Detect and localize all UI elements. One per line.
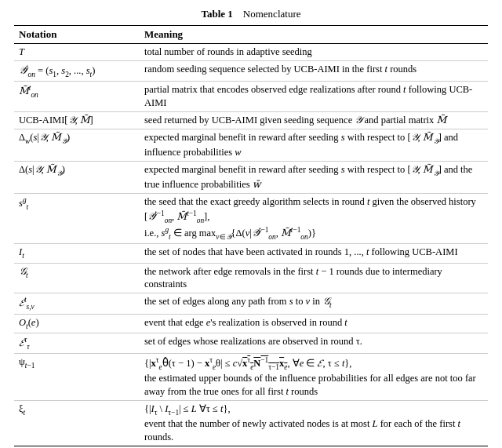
table-name: Nomenclature [243, 8, 301, 20]
col-header-notation: Notation [14, 26, 140, 44]
table-row: Ttotal number of rounds in adaptive seed… [14, 44, 488, 61]
table-row: 𝓔ts,vthe set of edges along any path fro… [14, 293, 488, 314]
table-row: UCB-AIMI[𝒴, M̃]seed returned by UCB-AIMI… [14, 111, 488, 129]
notation-cell: T [14, 44, 140, 61]
table-row: Δw(s|𝒴, M̃𝒴)expected marginal benefit in… [14, 129, 488, 161]
meaning-cell: random seeding sequence selected by UCB-… [140, 60, 488, 81]
col-header-meaning: Meaning [140, 26, 488, 44]
meaning-cell: seed returned by UCB-AIMI given seeding … [140, 111, 488, 129]
meaning-cell: the network after edge removals in the f… [140, 263, 488, 293]
meaning-cell: set of edges whose realizations are obse… [140, 333, 488, 353]
notation-cell: Ot(e) [14, 314, 140, 333]
table-row: Δ(s|𝒴, M̃𝒴)expected marginal benefit in … [14, 161, 488, 193]
meaning-cell: {|Iτ \ Iτ−1| ≤ L ∀τ ≤ t},event that the … [140, 401, 488, 446]
meaning-cell: event that edge e's realization is obser… [140, 314, 488, 333]
meaning-cell: partial matrix that encodes observed edg… [140, 82, 488, 112]
meaning-cell: total number of rounds in adaptive seedi… [140, 44, 488, 61]
table-row: M̃tonpartial matrix that encodes observe… [14, 82, 488, 112]
meaning-cell: expected marginal benefit in reward afte… [140, 129, 488, 161]
table-title: Table 1 Nomenclature [14, 8, 488, 20]
table-label: Table 1 [202, 8, 233, 20]
meaning-cell: {|xτeθ̂(τ − 1) − xτeθ| ≤ c√xτeN−1τ−1xe, … [140, 354, 488, 401]
notation-cell: 𝒢t [14, 263, 140, 293]
notation-cell: It [14, 244, 140, 263]
notation-cell: 𝓔ts,v [14, 293, 140, 314]
table-row: 𝒢tthe network after edge removals in the… [14, 263, 488, 293]
table-row: sgtthe seed that the exact greedy algori… [14, 193, 488, 244]
notation-cell: 𝓔ττ [14, 333, 140, 353]
notation-cell: 𝒴ton = (s1, s2, ..., st) [14, 60, 140, 81]
notation-cell: ξt [14, 401, 140, 446]
table-row: Itthe set of nodes that have been activa… [14, 244, 488, 263]
nomenclature-table: Notation Meaning Ttotal number of rounds… [14, 25, 488, 446]
notation-cell: ψt−1 [14, 354, 140, 401]
notation-cell: M̃ton [14, 82, 140, 112]
meaning-cell: expected marginal benefit in reward afte… [140, 161, 488, 193]
notation-cell: sgt [14, 193, 140, 244]
notation-cell: Δ(s|𝒴, M̃𝒴) [14, 161, 140, 193]
meaning-cell: the set of nodes that have been activate… [140, 244, 488, 263]
table-row: ξt{|Iτ \ Iτ−1| ≤ L ∀τ ≤ t},event that th… [14, 401, 488, 446]
notation-cell: UCB-AIMI[𝒴, M̃] [14, 111, 140, 129]
table-row: 𝓔ττset of edges whose realizations are o… [14, 333, 488, 353]
meaning-cell: the set of edges along any path from s t… [140, 293, 488, 314]
table-header-row: Notation Meaning [14, 26, 488, 44]
meaning-cell: the seed that the exact greedy algorithm… [140, 193, 488, 244]
table-row: 𝒴ton = (s1, s2, ..., st)random seeding s… [14, 60, 488, 81]
notation-cell: Δw(s|𝒴, M̃𝒴) [14, 129, 140, 161]
table-row: Ot(e)event that edge e's realization is … [14, 314, 488, 333]
table-row: ψt−1{|xτeθ̂(τ − 1) − xτeθ| ≤ c√xτeN−1τ−1… [14, 354, 488, 401]
